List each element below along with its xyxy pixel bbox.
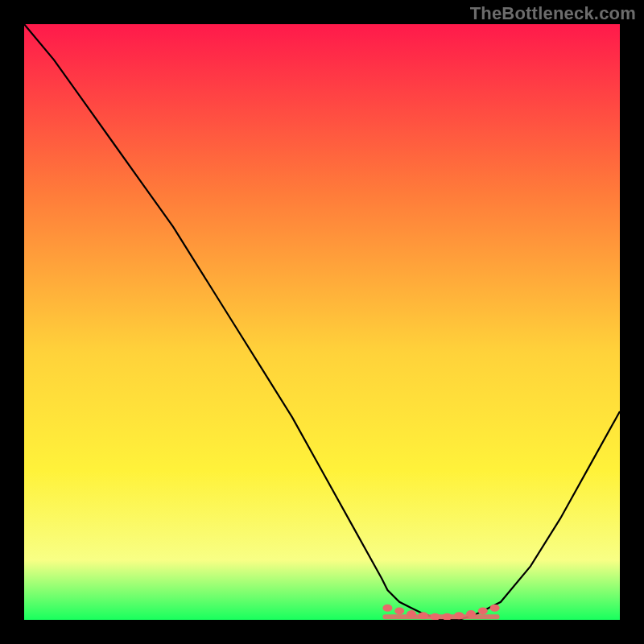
chart-frame: TheBottleneck.com bbox=[0, 0, 644, 644]
marker-dot bbox=[382, 605, 392, 612]
marker-dot bbox=[490, 605, 500, 612]
marker-dot bbox=[394, 607, 404, 614]
marker-dot bbox=[407, 610, 416, 617]
chart-plot-area bbox=[24, 24, 620, 620]
gradient-background bbox=[24, 24, 620, 620]
chart-svg bbox=[24, 24, 620, 620]
watermark-text: TheBottleneck.com bbox=[470, 3, 636, 24]
marker-dot bbox=[454, 612, 464, 619]
marker-bar bbox=[382, 614, 499, 619]
marker-dot bbox=[419, 612, 428, 619]
marker-dot bbox=[466, 610, 476, 617]
marker-dot bbox=[478, 607, 488, 614]
